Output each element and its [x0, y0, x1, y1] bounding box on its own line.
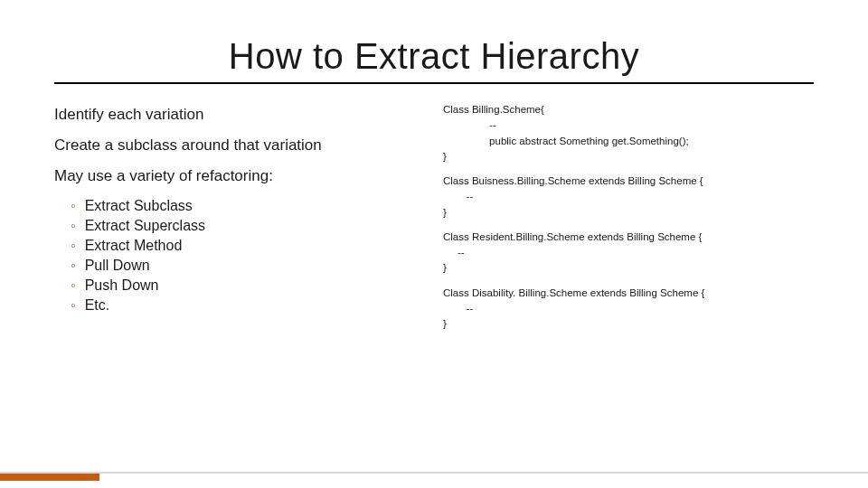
code-business-billing: Class Buisness.Billing.Scheme extends Bi…: [443, 174, 814, 221]
left-column: Identify each variation Create a subclas…: [54, 100, 425, 341]
code-resident-billing: Class Resident.Billing.Scheme extends Bi…: [443, 230, 814, 277]
content-columns: Identify each variation Create a subclas…: [54, 100, 814, 341]
list-item: Extract Method: [71, 238, 425, 254]
footer-gray-line: [0, 472, 868, 474]
code-disability-billing: Class Disability. Billing.Scheme extends…: [443, 286, 814, 333]
para-identify: Identify each variation: [54, 106, 425, 124]
refactoring-list: Extract Subclass Extract Superclass Extr…: [54, 198, 425, 314]
list-item: Pull Down: [71, 258, 425, 274]
title-underline: [54, 82, 814, 84]
page-title: How to Extract Hierarchy: [54, 36, 814, 77]
footer-bar: [0, 468, 868, 481]
list-item: Extract Subclass: [71, 198, 425, 214]
slide: How to Extract Hierarchy Identify each v…: [0, 0, 868, 488]
list-item: Push Down: [71, 277, 425, 294]
para-create-subclass: Create a subclass around that variation: [54, 136, 425, 155]
code-billing-scheme: Class Billing.Scheme{ -- public abstract…: [443, 102, 814, 164]
list-item: Extract Superclass: [71, 218, 425, 234]
list-item: Etc.: [71, 297, 425, 314]
footer-orange-accent: [0, 474, 99, 481]
para-refactoring: May use a variety of refactoring:: [54, 167, 425, 185]
right-column: Class Billing.Scheme{ -- public abstract…: [443, 100, 814, 341]
